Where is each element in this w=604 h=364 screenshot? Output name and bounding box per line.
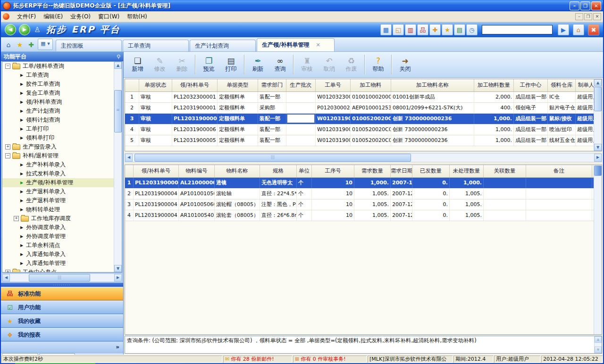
sidebar-item[interactable]: −补料/退料管理 [2,151,122,160]
scroll-down-icon[interactable]: ▼ [594,144,602,151]
folder-up-icon[interactable]: ◱ [393,24,404,35]
sidebar-item[interactable]: ▶物料转单处理 [2,205,122,214]
quick-search-input[interactable] [482,25,553,34]
user-list-icon[interactable]: ▤ [454,24,465,35]
column-header-req_date[interactable]: 需求日期 [391,165,412,177]
sidebar-item[interactable]: ▶领料计划查询 [2,116,122,124]
back-button[interactable]: ◀ [5,24,16,35]
scroll-down-icon[interactable]: ▼ [114,265,122,272]
column-header-num[interactable] [125,165,134,177]
nav-my-reports[interactable]: ❖我的报表 [1,328,123,341]
column-header-batch[interactable]: 生产批次 [286,79,316,91]
scroll-left-icon[interactable]: ◀ [125,154,133,162]
scroll-left-icon[interactable]: ◀ [2,274,10,281]
home-icon[interactable]: ⌂ [3,40,14,50]
scroll-thumb[interactable]: ||| [29,274,90,281]
scroll-right-icon[interactable]: ▶ [114,274,122,281]
scroll-thumb[interactable] [594,87,602,111]
tab-生产领/补料单管理[interactable]: 生产领/补料单管理✕ [257,38,335,51]
add-folder-icon[interactable]: ✚ [429,24,441,35]
menu-item[interactable]: 帮助(H) [123,12,151,22]
column-header-workorder[interactable]: 工单号 [316,79,351,91]
sidebar-item[interactable]: ▶领料单打印 [2,133,122,142]
column-header-dept[interactable]: 需求部门 [258,79,286,91]
column-header-spec[interactable]: 规格 [260,165,297,177]
exit-button[interactable]: ✖ [588,24,599,35]
nav-my-favorites[interactable]: ★我的收藏 [1,314,123,328]
sidebar-item[interactable]: ▶入库通知单管理 [2,259,122,268]
column-header-num[interactable] [125,79,139,91]
expand-toggle-icon[interactable]: + [5,270,10,273]
favorite-icon[interactable]: ★ [15,40,25,50]
nav-overflow[interactable]: » [1,342,123,352]
expand-toggle-icon[interactable]: − [5,64,10,69]
tab-工单查询[interactable]: 工单查询 [123,40,189,51]
expand-toggle-icon[interactable]: − [5,153,10,158]
add-favorite-icon[interactable]: ✚ [26,40,36,50]
forward-button[interactable]: ▶ [19,24,30,35]
column-header-material[interactable]: 加工物料 [351,79,391,91]
restore-button[interactable]: ❐ [580,1,590,10]
launcher-icon[interactable]: ♙ [33,25,42,34]
go-button[interactable]: ▶ [558,24,569,35]
scroll-down-icon[interactable]: ▼ [595,347,602,353]
column-header-workcenter[interactable]: 工作中心 [514,79,548,91]
child-restore-button[interactable]: ❐ [584,13,592,20]
clock-icon[interactable]: ◷ [466,24,478,35]
sidebar-item[interactable]: ▶胶件工单查询 [2,80,122,89]
sidebar-item[interactable]: ▶拉式发料单录入 [2,169,122,178]
column-header-doctype[interactable]: 单据类型 [218,79,258,91]
table-row[interactable]: 2PL12031900004AP1010010500滚轮轴直径：22*4.5*个… [125,189,602,199]
batch-edit-input[interactable] [287,114,315,123]
table-row[interactable]: 3PL12031900004AP1010050600滚轮帽（08005）注塑：黑… [125,199,602,210]
expand-toggle-icon[interactable]: + [5,144,10,149]
new-button[interactable]: ❏新增 [126,53,149,76]
sidebar-item[interactable]: +工作地库存调度 [2,214,122,223]
scroll-thumb[interactable] [114,90,122,132]
scroll-up-icon[interactable]: ▲ [594,79,602,86]
column-header-unit[interactable]: 单位 [297,165,312,177]
favorites-icon[interactable]: ★ [442,24,453,35]
table-row[interactable]: 4审核PL12031900006定额领料单装配一部W01203190000010… [125,124,602,135]
sidebar-item[interactable]: ▶复合工单查询 [2,89,122,98]
column-header-material_name[interactable]: 物料名称 [215,165,260,177]
window-palette-icon[interactable]: ▦ [380,24,392,35]
column-header-process_no[interactable]: 工序号 [312,165,354,177]
close-window-button[interactable]: ✕ [591,1,601,10]
table-row[interactable]: 3审核PL12031900004定额领料单装配一部W01203190001005… [125,114,602,124]
column-header-remark[interactable]: 备注 [526,165,592,177]
tree-scrollbar[interactable]: ▲ ▼ [114,62,122,272]
sidebar-item[interactable]: ▶生产退料单管理 [2,196,122,205]
menu-item[interactable]: 窗口(W) [94,12,123,22]
scroll-thumb[interactable] [594,165,602,176]
scroll-thumb[interactable]: ||| [134,154,411,162]
column-header-pending_qty[interactable]: 未处理数量 [450,165,484,177]
tab-主控面板[interactable]: 主控面板 [56,40,122,51]
sidebar-item[interactable]: ▶生产领/补料单管理 [2,178,122,187]
print-button[interactable]: ▤打印 [220,53,242,76]
menu-item[interactable]: 文件(F) [13,12,40,22]
refresh-button[interactable]: ✒刷新 [247,53,269,76]
scroll-right-icon[interactable]: ▶ [594,154,602,162]
close-tab-icon[interactable]: ✕ [316,42,320,48]
scroll-up-icon[interactable]: ▲ [114,62,122,69]
sidebar-item[interactable]: ▶生产计划查询 [2,107,122,116]
sidebar-item[interactable]: ▶工单余料清点 [2,241,122,250]
sidebar-splitter[interactable]: ......... [1,283,123,287]
sidebar-item[interactable]: +工作中心盘点 [2,268,122,273]
child-minimize-button[interactable]: – [575,13,583,20]
column-header-material_no[interactable]: 物料编号 [179,165,215,177]
sidebar-item[interactable]: ▶工单打印 [2,124,122,133]
layout-grid-button[interactable]: ▦ ▾ [38,39,53,50]
child-close-button[interactable]: ✕ [593,13,601,20]
sidebar-item[interactable]: ▶外协调度单录入 [2,223,122,232]
column-header-related_qty[interactable]: 关联数量 [484,165,526,177]
close-button[interactable]: ➜关闭 [394,53,416,76]
menu-item[interactable]: 业务(O) [67,12,94,22]
master-grid-scrollbar[interactable]: ▲ ▼ [594,79,602,151]
column-header-docno[interactable]: 领/补料单号 [134,165,179,177]
sidebar-item[interactable]: ▶入库通知单录入 [2,250,122,259]
column-header-req_qty[interactable]: 需求数量 [354,165,391,177]
query-button[interactable]: ∞查询 [269,53,291,76]
table-row[interactable]: 5审核PL12031900005定额领料单装配一部W01203190000010… [125,135,602,146]
